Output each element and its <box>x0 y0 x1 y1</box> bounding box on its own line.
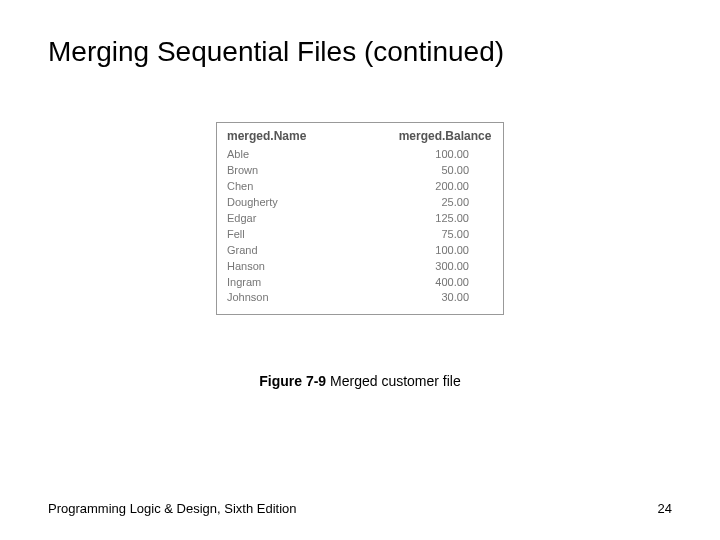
table-row: Grand 100.00 <box>227 243 493 259</box>
col-header-name: merged.Name <box>227 129 397 143</box>
figure-text: Merged customer file <box>326 373 461 389</box>
merged-file-table: merged.Name merged.Balance Able 100.00 B… <box>216 122 504 315</box>
cell-balance: 25.00 <box>397 195 493 211</box>
table-row: Brown 50.00 <box>227 163 493 179</box>
cell-balance: 400.00 <box>397 275 493 291</box>
cell-balance: 200.00 <box>397 179 493 195</box>
cell-name: Grand <box>227 243 397 259</box>
table-row: Hanson 300.00 <box>227 259 493 275</box>
table-row: Chen 200.00 <box>227 179 493 195</box>
table-row: Johnson 30.00 <box>227 290 493 306</box>
cell-balance: 75.00 <box>397 227 493 243</box>
page-number: 24 <box>658 501 672 516</box>
cell-name: Hanson <box>227 259 397 275</box>
col-header-balance: merged.Balance <box>397 129 493 143</box>
table-header-row: merged.Name merged.Balance <box>227 129 493 143</box>
cell-name: Able <box>227 147 397 163</box>
figure-caption: Figure 7-9 Merged customer file <box>48 373 672 389</box>
cell-balance: 100.00 <box>397 147 493 163</box>
slide-title: Merging Sequential Files (continued) <box>48 36 672 68</box>
table-row: Ingram 400.00 <box>227 275 493 291</box>
figure-label: Figure 7-9 <box>259 373 326 389</box>
cell-name: Ingram <box>227 275 397 291</box>
table-row: Dougherty 25.00 <box>227 195 493 211</box>
slide: Merging Sequential Files (continued) mer… <box>0 0 720 540</box>
cell-name: Johnson <box>227 290 397 306</box>
cell-name: Chen <box>227 179 397 195</box>
cell-name: Fell <box>227 227 397 243</box>
cell-name: Brown <box>227 163 397 179</box>
cell-balance: 30.00 <box>397 290 493 306</box>
cell-balance: 100.00 <box>397 243 493 259</box>
footer-source: Programming Logic & Design, Sixth Editio… <box>48 501 297 516</box>
table-row: Fell 75.00 <box>227 227 493 243</box>
cell-balance: 125.00 <box>397 211 493 227</box>
cell-name: Dougherty <box>227 195 397 211</box>
cell-balance: 50.00 <box>397 163 493 179</box>
cell-name: Edgar <box>227 211 397 227</box>
cell-balance: 300.00 <box>397 259 493 275</box>
table-row: Able 100.00 <box>227 147 493 163</box>
slide-footer: Programming Logic & Design, Sixth Editio… <box>48 501 672 516</box>
table-row: Edgar 125.00 <box>227 211 493 227</box>
